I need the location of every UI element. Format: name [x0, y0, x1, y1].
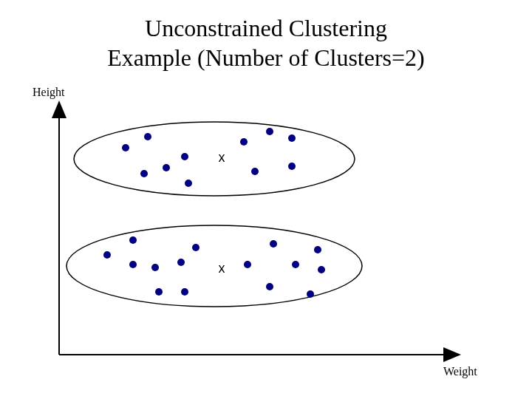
data-point: [163, 164, 170, 171]
data-point: [177, 259, 185, 266]
data-point: [266, 283, 273, 290]
data-point: [155, 288, 163, 296]
data-point: [314, 246, 321, 253]
cluster-ellipses: [66, 122, 362, 307]
data-point: [192, 244, 200, 251]
data-point: [129, 261, 137, 268]
data-point: [185, 180, 192, 187]
data-point: [251, 168, 259, 175]
cluster-top-ellipse: [74, 122, 355, 196]
data-point: [288, 134, 296, 142]
data-point: [129, 236, 137, 244]
data-point: [292, 261, 299, 268]
cluster-bottom-centroid-marker: x: [219, 261, 225, 276]
data-point: [244, 261, 251, 268]
data-point: [181, 153, 188, 160]
axes: [59, 103, 458, 355]
data-point: [103, 251, 111, 259]
slide: Unconstrained Clustering Example (Number…: [0, 0, 532, 399]
data-point: [181, 288, 188, 296]
scatter-plot: [0, 0, 532, 399]
data-point: [140, 170, 148, 177]
data-point: [270, 240, 277, 248]
data-point: [122, 144, 129, 151]
data-point: [240, 138, 248, 146]
data-point: [288, 163, 296, 170]
cluster-bottom-ellipse: [66, 225, 362, 307]
data-point: [266, 128, 273, 135]
cluster-top-centroid-marker: x: [219, 150, 225, 166]
data-point: [307, 290, 314, 298]
data-point: [151, 264, 159, 271]
data-point: [318, 266, 325, 273]
data-point: [144, 133, 151, 140]
data-points: [103, 128, 325, 298]
